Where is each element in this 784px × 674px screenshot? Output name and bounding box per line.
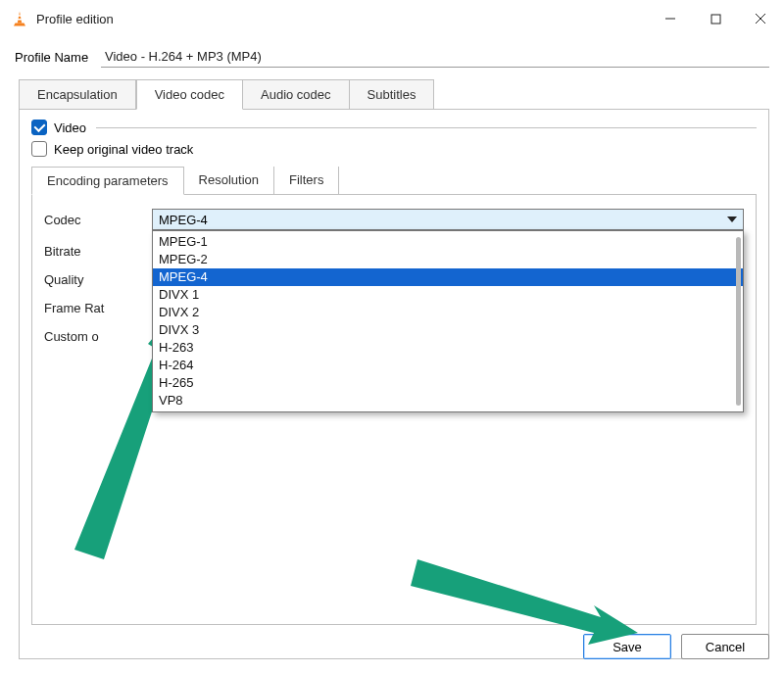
cancel-button[interactable]: Cancel [681, 634, 769, 659]
save-button-label: Save [612, 640, 642, 654]
codec-option[interactable]: DIVX 3 [153, 321, 743, 339]
codec-combobox-display[interactable]: MPEG-4 [152, 209, 744, 230]
codec-selected-value: MPEG-4 [159, 213, 208, 227]
titlebar: Profile edition [1, 1, 783, 36]
video-checkbox-label: Video [54, 120, 86, 135]
codec-combobox[interactable]: MPEG-4 MPEG-1 MPEG-2 MPEG-4 DIVX 1 DIVX … [152, 209, 744, 230]
profile-edition-window: Profile edition Profile Name Encapsulati… [0, 0, 784, 674]
custom-options-label: Custom o [44, 329, 152, 344]
video-codec-panel: Video Keep original video track Encoding… [19, 109, 769, 659]
maximize-button[interactable] [693, 3, 738, 34]
separator-line [96, 127, 757, 128]
minimize-button[interactable] [648, 3, 693, 34]
video-checkbox-row: Video [31, 120, 757, 135]
svg-rect-1 [18, 19, 23, 21]
close-button[interactable] [738, 3, 783, 34]
dropdown-scrollbar[interactable] [736, 237, 741, 406]
tab-encoding-parameters[interactable]: Encoding parameters [31, 167, 184, 195]
codec-option[interactable]: MPEG-1 [153, 233, 743, 251]
codec-option[interactable]: DIVX 1 [153, 286, 743, 304]
codec-option[interactable]: H-265 [153, 374, 743, 392]
codec-option[interactable]: DIVX 2 [153, 304, 743, 321]
profile-name-input[interactable] [101, 46, 769, 68]
codec-option[interactable]: MPEG-2 [153, 251, 743, 268]
dialog-buttons: Save Cancel [583, 634, 769, 659]
tab-filters[interactable]: Filters [274, 167, 339, 195]
encoding-parameters-panel: Codec MPEG-4 MPEG-1 MPEG-2 MPEG-4 DIVX 1… [31, 194, 757, 625]
window-title: Profile edition [36, 12, 648, 26]
inner-tabstrip: Encoding parameters Resolution Filters [31, 167, 768, 195]
vlc-cone-icon [11, 10, 28, 27]
codec-dropdown: MPEG-1 MPEG-2 MPEG-4 DIVX 1 DIVX 2 DIVX … [152, 230, 744, 412]
tab-subtitles[interactable]: Subtitles [350, 79, 435, 110]
keep-track-checkbox[interactable] [31, 141, 47, 157]
outer-tabstrip: Encapsulation Video codec Audio codec Su… [19, 79, 783, 110]
profile-name-row: Profile Name [1, 36, 783, 75]
svg-rect-3 [711, 15, 720, 24]
codec-row: Codec MPEG-4 MPEG-1 MPEG-2 MPEG-4 DIVX 1… [44, 209, 744, 230]
profile-name-label: Profile Name [15, 50, 101, 65]
video-checkbox[interactable] [31, 120, 47, 135]
cancel-button-label: Cancel [706, 640, 745, 654]
tab-audio-codec[interactable]: Audio codec [243, 79, 350, 110]
codec-option[interactable]: MPEG-4 [153, 268, 743, 286]
tab-resolution[interactable]: Resolution [184, 167, 274, 195]
tab-encapsulation[interactable]: Encapsulation [19, 79, 136, 110]
svg-rect-0 [18, 15, 21, 17]
codec-option[interactable]: VP8 [153, 392, 743, 409]
keep-track-row: Keep original video track [31, 141, 757, 157]
codec-option[interactable]: H-264 [153, 357, 743, 374]
keep-track-label: Keep original video track [54, 142, 193, 157]
save-button[interactable]: Save [583, 634, 671, 659]
chevron-down-icon [727, 217, 737, 222]
quality-label: Quality [44, 272, 152, 287]
codec-option[interactable]: H-263 [153, 339, 743, 357]
bitrate-label: Bitrate [44, 244, 152, 259]
tab-video-codec[interactable]: Video codec [136, 79, 243, 110]
codec-label: Codec [44, 213, 152, 227]
framerate-label: Frame Rat [44, 301, 152, 315]
